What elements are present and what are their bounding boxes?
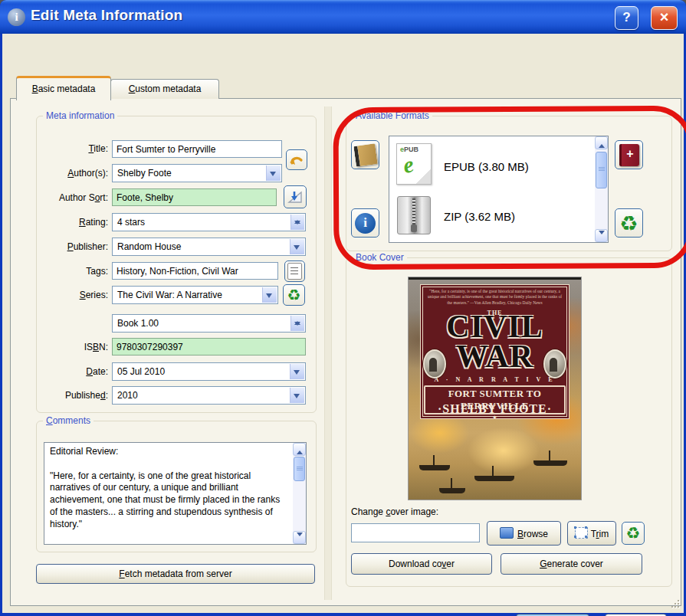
tags-input[interactable] [112,262,278,280]
auto-sort-arrow-icon [287,190,303,204]
recycle-icon: ♻ [626,524,641,542]
publisher-combobox[interactable]: Random House [112,238,306,256]
isbn-input[interactable] [112,338,306,356]
cover-path-input[interactable] [351,523,480,542]
dialog-body: Basic metadata Custom metadata Meta info… [2,34,684,613]
authors-value: Shelby Foote [117,168,172,179]
scroll-up-icon[interactable] [293,443,306,456]
title-bar[interactable]: i Edit Meta Information ? × [0,0,686,34]
title-input[interactable] [112,140,282,158]
generate-cover-button[interactable]: Generate cover [501,553,642,575]
group-title: Book Cover [353,252,407,263]
add-book-icon: + [619,144,639,166]
book-cover-image: “Here, for a certainty, is one of the gr… [409,277,581,500]
zip-file-icon [397,196,431,234]
ship-silhouette [533,460,567,466]
cover-quote: “Here, for a certainty, is one of the gr… [425,289,564,306]
scroll-up-icon[interactable] [595,136,608,149]
info-icon: i [355,213,376,234]
rating-spinbox[interactable]: 4 stars [112,213,306,231]
format-label: ZIP (3.62 MB) [444,210,515,223]
cover-title-panel: “Here, for a certainty, is one of the gr… [420,284,569,419]
recycle-icon: ♻ [619,211,638,235]
window-title: Edit Meta Information [31,7,182,24]
recycle-icon: ♻ [287,286,301,304]
trim-button[interactable]: Trim [567,521,616,546]
epub-file-icon: ePUB e [396,143,432,185]
scrollbar-thumb[interactable] [596,152,607,188]
author-sort-input[interactable] [112,188,277,206]
ship-silhouette [419,465,450,470]
formats-list[interactable]: ePUB e EPUB (3.80 MB) ZIP (3.62 MB) [389,136,609,243]
series-value: The Civil War: A Narrative [117,290,222,300]
selection-icon [575,527,588,539]
publisher-label: Publisher: [36,241,108,254]
group-title: Meta information [43,110,117,121]
auto-author-sort-button[interactable] [284,185,307,208]
authors-label: Author(s): [36,168,108,180]
published-label: Published: [36,390,108,402]
resize-grip[interactable] [670,598,679,608]
formats-scrollbar[interactable] [595,136,608,242]
comments-scrollbar[interactable] [293,443,306,544]
clear-series-button[interactable]: ♻ [283,284,305,306]
swap-title-author-button[interactable] [286,149,307,170]
published-value: 2010 [117,390,138,401]
scroll-down-icon[interactable] [595,229,608,242]
format-label: EPUB (3.80 MB) [444,160,529,173]
publisher-value: Random House [117,241,181,252]
rating-value: 4 stars [117,217,145,228]
reset-cover-button[interactable]: ♻ [622,522,645,545]
scrollbar-thumb[interactable] [294,457,305,481]
chevron-down-icon[interactable] [262,287,277,303]
spin-arrows-icon[interactable] [290,215,304,230]
view-format-button[interactable] [351,140,379,169]
close-button[interactable]: × [651,6,678,30]
group-title: Comments [43,415,94,426]
date-label: Date: [36,366,108,378]
comments-textarea[interactable]: Editorial Review: "Here, for a certainty… [44,442,307,545]
remove-format-button[interactable]: ♻ [615,208,643,238]
isbn-label: ISBN: [36,342,108,354]
cover-narrative: A · N A R R A T I V E [421,376,569,383]
series-index-spinbox[interactable]: Book 1.00 [112,314,306,333]
cover-title-line1: CIVIL [421,313,569,341]
info-icon: i [8,8,25,26]
column-splitter[interactable] [324,106,332,600]
chevron-down-icon[interactable] [290,364,304,379]
book-icon [353,143,377,167]
spin-arrows-icon[interactable] [290,316,304,331]
chevron-down-icon[interactable] [290,388,304,403]
add-format-button[interactable]: + [615,140,643,169]
date-value: 05 Jul 2010 [117,366,165,377]
tags-label: Tags: [36,266,108,278]
set-metadata-from-format-button[interactable]: i [351,208,379,238]
portrait-oval-icon [543,349,566,378]
fetch-metadata-button[interactable]: Fetch metadata from server [36,564,315,584]
browse-button[interactable]: Browse [487,521,561,546]
group-title: Available Formats [353,110,432,121]
open-tag-editor-button[interactable] [284,260,305,282]
published-picker[interactable]: 2010 [112,386,306,405]
chevron-down-icon[interactable] [290,239,304,254]
list-lines-icon [287,263,302,280]
series-label: Series: [36,290,108,302]
disk-icon [500,527,514,539]
scroll-down-icon[interactable] [293,531,306,544]
undo-arrow-icon [290,155,304,165]
chevron-down-icon[interactable] [266,165,281,181]
edit-meta-dialog: i Edit Meta Information ? × Basic metada… [0,0,686,616]
help-button[interactable]: ? [615,6,638,30]
download-cover-button[interactable]: Download cover [351,553,492,575]
date-picker[interactable]: 05 Jul 2010 [112,362,306,381]
tab-basic-metadata[interactable]: Basic metadata [16,76,111,100]
tab-custom-metadata[interactable]: Custom metadata [110,79,219,99]
authors-combobox[interactable]: Shelby Foote [112,164,282,182]
series-index-value: Book 1.00 [117,318,159,329]
ship-silhouette [474,476,514,481]
portrait-oval-icon [423,349,446,378]
change-cover-label: Change cover image: [351,506,438,517]
star-icon: ★ [421,414,569,421]
title-label: Title: [36,143,108,156]
series-combobox[interactable]: The Civil War: A Narrative [112,286,278,304]
